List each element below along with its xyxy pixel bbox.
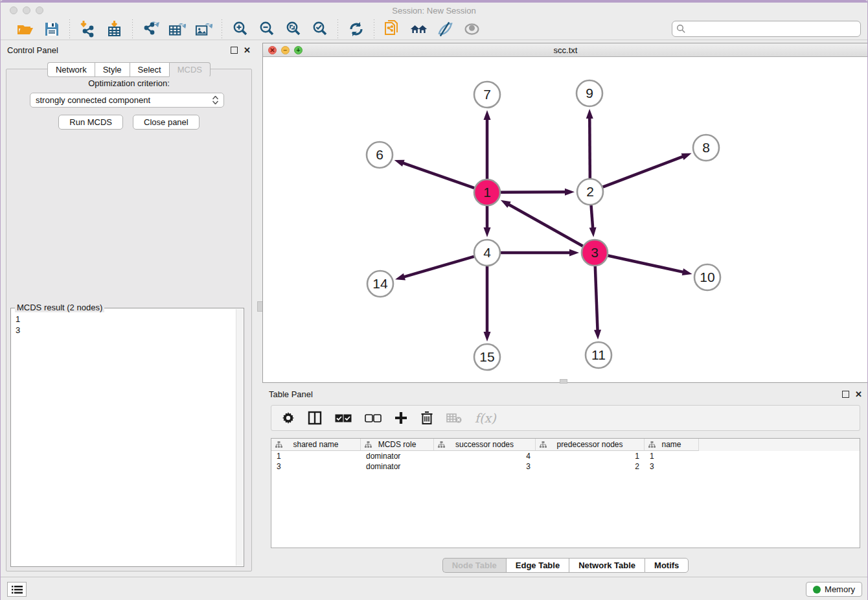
- edge-3-10[interactable]: [608, 255, 684, 272]
- graph-node-label: 7: [483, 87, 491, 102]
- clone-network-icon[interactable]: [383, 20, 401, 38]
- arrowhead-icon: [586, 109, 593, 119]
- network-window-title: scc.txt: [263, 45, 868, 55]
- apply-layout-icon[interactable]: [347, 20, 365, 38]
- table-cell[interactable]: 3: [271, 461, 361, 472]
- column-label: successor nodes: [455, 440, 514, 449]
- close-panel-button[interactable]: Close panel: [133, 115, 200, 130]
- table-cell[interactable]: 1: [536, 451, 645, 461]
- control-panel: Control Panel ✕ NetworkStyleSelectMCDS O…: [1, 41, 257, 577]
- select-all-checks-icon[interactable]: [335, 410, 352, 426]
- column-header-successor-nodes[interactable]: successor nodes: [434, 439, 536, 451]
- settings-gear-icon[interactable]: [282, 410, 295, 426]
- arrowhead-icon: [484, 332, 491, 341]
- save-session-icon[interactable]: [43, 20, 60, 38]
- control-panel-title: Control Panel: [7, 45, 225, 55]
- delete-table-disabled-icon: [446, 410, 462, 426]
- edge-4-14[interactable]: [404, 257, 474, 277]
- arrowhead-icon: [569, 249, 579, 257]
- edge-1-2[interactable]: [501, 192, 566, 192]
- float-panel-icon[interactable]: [231, 47, 238, 54]
- run-mcds-button[interactable]: Run MCDS: [58, 115, 123, 130]
- zoom-in-icon[interactable]: [231, 20, 249, 38]
- arrowhead-icon: [594, 330, 601, 340]
- column-type-icon: [648, 441, 656, 448]
- edge-3-11[interactable]: [595, 266, 598, 331]
- mcds-result-text[interactable]: 13: [16, 314, 236, 565]
- table-cell[interactable]: 4: [434, 451, 536, 461]
- app-title: Session: New Session: [1, 6, 867, 16]
- edge-2-9[interactable]: [589, 117, 590, 178]
- tab-network-table[interactable]: Network Table: [569, 558, 645, 573]
- table-row[interactable]: 1dominator411: [271, 451, 860, 461]
- table-panel: Table Panel ✕ f(x) shared nameMCDS roles…: [262, 386, 868, 575]
- add-column-icon[interactable]: [394, 410, 407, 426]
- table-cell[interactable]: 1: [271, 451, 361, 461]
- horizontal-splitter-grip[interactable]: [560, 379, 567, 384]
- zoom-fit-icon[interactable]: [284, 20, 302, 38]
- column-layout-icon[interactable]: [308, 410, 322, 426]
- tab-network[interactable]: Network: [47, 62, 95, 77]
- tab-motifs[interactable]: Motifs: [645, 558, 689, 573]
- table-cell[interactable]: dominator: [361, 461, 434, 472]
- memory-button[interactable]: Memory: [806, 582, 862, 597]
- float-table-panel-icon[interactable]: [842, 391, 849, 398]
- optimization-criterion-dropdown[interactable]: strongly connected component: [30, 93, 224, 108]
- home-networks-icon[interactable]: [410, 20, 428, 38]
- table-row[interactable]: 3dominator323: [271, 461, 860, 472]
- open-session-icon[interactable]: [16, 20, 34, 38]
- import-network-icon[interactable]: [79, 20, 97, 38]
- table-cell[interactable]: 3: [645, 461, 699, 472]
- arrowhead-icon: [681, 154, 692, 160]
- tab-edge-table[interactable]: Edge Table: [506, 558, 569, 573]
- close-panel-icon[interactable]: ✕: [244, 45, 251, 55]
- edge-2-8[interactable]: [603, 156, 684, 187]
- import-table-icon[interactable]: [106, 20, 123, 38]
- delete-column-icon[interactable]: [420, 410, 433, 426]
- deselect-all-checks-icon[interactable]: [365, 410, 382, 426]
- zoom-out-icon[interactable]: [258, 20, 275, 38]
- column-label: name: [661, 440, 681, 449]
- table-body: 1dominator4113dominator323: [271, 451, 860, 472]
- edge-1-6[interactable]: [402, 163, 474, 188]
- table-cell[interactable]: 2: [536, 461, 645, 472]
- dropdown-value: strongly connected component: [36, 95, 150, 105]
- tab-mcds[interactable]: MCDS: [169, 62, 211, 77]
- table-toolbar: f(x): [271, 405, 860, 431]
- graph-node-label: 14: [372, 276, 388, 291]
- result-scrollbar[interactable]: [236, 309, 243, 566]
- mcds-result-box: MCDS result (2 nodes) 13: [10, 308, 244, 567]
- graph-node-label: 3: [591, 245, 599, 260]
- column-header-predecessor-nodes[interactable]: predecessor nodes: [536, 439, 645, 451]
- tab-style[interactable]: Style: [95, 62, 130, 77]
- style-visibility-icon[interactable]: [437, 20, 454, 38]
- zoom-selected-icon[interactable]: [311, 20, 328, 38]
- column-header-name[interactable]: name: [645, 439, 699, 451]
- arrowhead-icon: [682, 268, 692, 275]
- graph-node-label: 8: [702, 140, 710, 155]
- network-window-titlebar[interactable]: ✕ − + scc.txt: [263, 43, 868, 57]
- tab-node-table[interactable]: Node Table: [442, 558, 506, 573]
- export-network-icon[interactable]: [142, 20, 159, 38]
- table-cell[interactable]: dominator: [361, 451, 434, 461]
- preview-eye-icon[interactable]: [463, 20, 481, 38]
- close-table-panel-icon[interactable]: ✕: [855, 389, 862, 399]
- search-input[interactable]: [686, 23, 860, 36]
- task-history-button[interactable]: [7, 582, 27, 597]
- network-canvas[interactable]: 7968124314101511: [263, 57, 868, 382]
- status-bar: Memory: [1, 577, 867, 600]
- column-header-shared-name[interactable]: shared name: [271, 439, 361, 451]
- table-cell[interactable]: 3: [434, 461, 536, 472]
- tab-select[interactable]: Select: [130, 62, 169, 77]
- arrowhead-icon: [395, 273, 405, 281]
- table-panel-title: Table Panel: [269, 389, 836, 399]
- export-image-icon[interactable]: [195, 20, 212, 38]
- table-header-row: shared nameMCDS rolesuccessor nodesprede…: [271, 439, 860, 451]
- edge-3-1[interactable]: [508, 204, 582, 246]
- table-cell[interactable]: 1: [645, 451, 699, 461]
- export-table-icon[interactable]: [168, 20, 186, 38]
- edge-2-3[interactable]: [591, 205, 593, 229]
- column-type-icon: [275, 441, 282, 448]
- column-header-MCDS-role[interactable]: MCDS role: [361, 439, 434, 451]
- network-graph[interactable]: 7968124314101511: [263, 57, 868, 382]
